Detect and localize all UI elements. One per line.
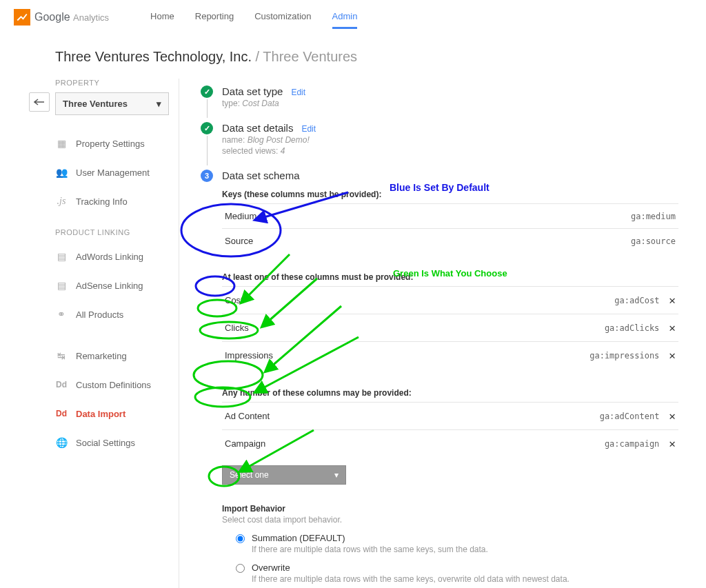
sidebar: PROPERTY Three Ventures ▾ ▦ Property Set…: [0, 79, 179, 588]
sidebar-tracking-info[interactable]: .js Tracking Info: [55, 187, 179, 216]
step-done-icon: ✓: [201, 85, 213, 98]
schema-label: Clicks: [225, 323, 249, 333]
step-title-text: Data set details: [222, 122, 293, 134]
sidebar-all-products[interactable]: ⚭ All Products: [55, 300, 179, 329]
sidebar-data-import[interactable]: Dd Data Import: [55, 399, 179, 428]
remove-clicks-button[interactable]: ✕: [669, 321, 676, 334]
nav-customization[interactable]: Customization: [254, 6, 311, 29]
import-behavior-section: Import Behavior Select cost data import …: [222, 504, 678, 584]
nav-admin[interactable]: Admin: [332, 6, 358, 29]
schema-code: ga:adContent: [600, 412, 660, 421]
schema-code: ga:adCost: [614, 296, 659, 305]
sidebar-item-label: User Management: [76, 168, 150, 178]
remove-cost-button[interactable]: ✕: [669, 294, 676, 307]
import-behavior-desc: Select cost data import behavior.: [222, 515, 678, 525]
schema-label: Campaign: [225, 438, 265, 449]
product-linking-label: PRODUCT LINKING: [55, 228, 179, 236]
sidebar-item-label: Custom Definitions: [76, 380, 151, 390]
property-selector[interactable]: Three Ventures ▾: [55, 92, 169, 115]
import-behavior-title: Import Behavior: [222, 504, 678, 514]
sidebar-adwords-linking[interactable]: ▤ AdWords Linking: [55, 242, 179, 271]
schema-code: ga:source: [631, 236, 676, 246]
step-title-text: Data set type: [222, 85, 283, 97]
annotation-green-text: Green Is What You Choose: [393, 268, 507, 278]
grid-icon: ▦: [55, 137, 68, 150]
sidebar-property-settings[interactable]: ▦ Property Settings: [55, 129, 179, 158]
globe-icon: 🌐: [55, 436, 68, 449]
any-heading: Any number of these columns may be provi…: [222, 388, 678, 398]
sidebar-item-label: Property Settings: [76, 139, 145, 149]
edit-type-link[interactable]: Edit: [291, 88, 305, 97]
step-done-icon: ✓: [201, 122, 213, 134]
step-title-text: Data set schema: [222, 170, 300, 181]
breadcrumb-sub: / Three Ventures: [256, 49, 358, 64]
breadcrumb: Three Ventures Technology, Inc. / Three …: [0, 35, 706, 79]
schema-row-source: Source ga:source: [222, 228, 678, 253]
sidebar-adsense-linking[interactable]: ▤ AdSense Linking: [55, 271, 179, 300]
sidebar-remarketing[interactable]: ↹ Remarketing: [55, 341, 179, 370]
schema-label: Cost: [225, 295, 243, 305]
dd-icon: Dd: [55, 378, 68, 391]
step-details: ✓ Data set details Edit name: Blog Post …: [200, 122, 678, 167]
radio-overwrite[interactable]: [236, 564, 245, 573]
back-arrow-icon: [34, 99, 45, 105]
edit-details-link[interactable]: Edit: [301, 124, 316, 134]
step-details-name: name: Blog Post Demo!: [222, 135, 678, 145]
radio-summation-label: Summation (DEFAULT): [252, 533, 488, 543]
radio-summation-row: Summation (DEFAULT) If there are multipl…: [236, 533, 678, 554]
schema-label: Ad Content: [225, 411, 270, 421]
nav-home[interactable]: Home: [150, 6, 174, 29]
radio-summation[interactable]: [236, 534, 245, 543]
sidebar-custom-definitions[interactable]: Dd Custom Definitions: [55, 370, 179, 399]
annotation-blue-text: Blue Is Set By Default: [390, 182, 490, 193]
schema-row-impressions: Impressions ga:impressions ✕: [222, 341, 678, 369]
adsense-icon: ▤: [55, 279, 68, 292]
sidebar-item-label: Tracking Info: [76, 196, 128, 207]
step-type: ✓ Data set type Edit type: Cost Data: [200, 85, 678, 119]
sidebar-social-settings[interactable]: 🌐 Social Settings: [55, 428, 179, 457]
schema-code: ga:campaign: [605, 439, 659, 449]
radio-overwrite-label: Overwrite: [252, 562, 569, 573]
radio-summation-hint: If there are multiple data rows with the…: [252, 545, 488, 554]
link-icon: ⚭: [55, 308, 68, 321]
content-area: ✓ Data set type Edit type: Cost Data ✓: [179, 79, 706, 588]
sidebar-item-label: Social Settings: [76, 438, 135, 448]
step-type-meta: type: Cost Data: [222, 99, 678, 108]
select-placeholder: Select one: [230, 470, 269, 480]
logo: Google Analytics: [14, 9, 109, 26]
schema-row-medium: Medium ga:medium: [222, 203, 678, 228]
step-schema: 3 Data set schema Keys (these columns mu…: [200, 170, 678, 588]
sidebar-item-label: Data Import: [76, 409, 125, 419]
logo-icon: [14, 9, 30, 26]
radio-overwrite-hint: If there are multiple data rows with the…: [252, 574, 569, 584]
adwords-icon: ▤: [55, 250, 68, 263]
remarketing-icon: ↹: [55, 349, 68, 362]
people-icon: 👥: [55, 166, 68, 179]
logo-text: Google Analytics: [34, 11, 109, 23]
radio-overwrite-row: Overwrite If there are multiple data row…: [236, 562, 678, 584]
remove-adcontent-button[interactable]: ✕: [669, 409, 676, 423]
nav-reporting[interactable]: Reporting: [195, 6, 234, 29]
back-button[interactable]: [29, 92, 50, 112]
schema-code: ga:medium: [631, 212, 676, 221]
sidebar-user-management[interactable]: 👥 User Management: [55, 158, 179, 187]
schema-label: Source: [225, 236, 253, 246]
remove-impressions-button[interactable]: ✕: [669, 349, 676, 362]
step-details-views: selected views: 4: [222, 146, 678, 156]
sidebar-item-label: Remarketing: [76, 351, 127, 361]
chevron-down-icon: ▾: [334, 470, 339, 480]
schema-row-adcontent: Ad Content ga:adContent ✕: [222, 402, 678, 429]
select-one-dropdown[interactable]: Select one ▾: [222, 465, 346, 485]
schema-row-campaign: Campaign ga:campaign ✕: [222, 429, 678, 457]
chevron-down-icon: ▾: [157, 99, 161, 109]
sidebar-item-label: AdSense Linking: [76, 281, 143, 291]
remove-campaign-button[interactable]: ✕: [669, 437, 676, 450]
sidebar-item-label: All Products: [76, 310, 123, 320]
breadcrumb-main: Three Ventures Technology, Inc.: [55, 49, 252, 64]
schema-label: Impressions: [225, 350, 273, 361]
schema-row-clicks: Clicks ga:adClicks ✕: [222, 314, 678, 341]
js-icon: .js: [55, 195, 68, 207]
schema-label: Medium: [225, 211, 256, 221]
sidebar-item-label: AdWords Linking: [76, 252, 143, 262]
logo-sub: Analytics: [73, 12, 109, 23]
